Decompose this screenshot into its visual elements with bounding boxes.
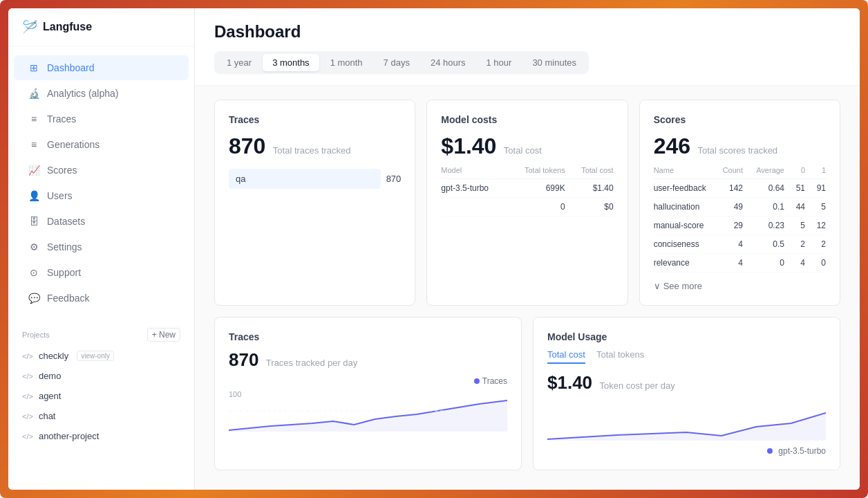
filter-1month[interactable]: 1 month [321, 54, 372, 71]
model-costs-total: $1.40 [441, 133, 496, 159]
score-count-5: 4 [708, 258, 743, 268]
model-table-header: Model Total tokens Total cost [441, 166, 613, 179]
sidebar-item-feedback[interactable]: 💬 Feedback [14, 286, 189, 311]
scores-col-0: 0 [784, 166, 805, 174]
tab-total-cost[interactable]: Total cost [547, 349, 585, 364]
score-0-3: 5 [784, 221, 805, 230]
project-demo[interactable]: </> demo [8, 366, 194, 386]
scores-col-avg: Average [743, 166, 784, 174]
dashboard-icon: ⊞ [28, 62, 40, 74]
sidebar-item-analytics[interactable]: 🔬 Analytics (alpha) [14, 81, 189, 106]
trace-bar: qa [229, 169, 381, 189]
model-usage-chart-svg [547, 399, 826, 441]
trace-bar-row: qa 870 [229, 169, 401, 189]
filter-24hours[interactable]: 24 hours [421, 54, 475, 71]
model-table: Model Total tokens Total cost gpt-3.5-tu… [441, 166, 613, 216]
sidebar-nav: ⊞ Dashboard 🔬 Analytics (alpha) ≡ Traces… [8, 46, 194, 320]
model-costs-title: Model costs [441, 114, 613, 125]
sidebar-item-users[interactable]: 👤 Users [14, 183, 189, 208]
scores-col-count: Count [708, 166, 743, 174]
score-avg-3: 0.23 [743, 221, 784, 230]
scores-label: Total scores tracked [698, 145, 778, 156]
model-usage-amount-label: Token cost per day [600, 380, 675, 391]
score-row-4: conciseness 4 0.5 2 2 [654, 235, 826, 254]
scores-table: Name Count Average 0 1 user-feedback 142… [654, 166, 826, 273]
score-0-2: 44 [784, 202, 805, 212]
traces-legend-label: Traces [482, 376, 507, 386]
score-count-2: 49 [708, 202, 743, 212]
score-1-3: 12 [805, 221, 826, 230]
traces-card-title: Traces [229, 114, 401, 125]
filter-1hour[interactable]: 1 hour [477, 54, 522, 71]
project-chat[interactable]: </> chat [8, 406, 194, 426]
main-content: Dashboard 1 year 3 months 1 month 7 days… [195, 8, 860, 490]
sidebar-item-dashboard[interactable]: ⊞ Dashboard [14, 55, 189, 80]
score-avg-1: 0.64 [743, 183, 784, 193]
sidebar-label-settings: Settings [47, 241, 82, 252]
project-code-icon: </> [22, 412, 33, 421]
project-agent[interactable]: </> agent [8, 386, 194, 406]
traces-chart-svg [229, 390, 507, 432]
page-title: Dashboard [214, 22, 840, 42]
filter-1year[interactable]: 1 year [217, 54, 261, 71]
project-code-icon: </> [22, 392, 33, 400]
traces-label: Total traces tracked [273, 145, 351, 156]
project-another-project[interactable]: </> another-project [8, 426, 194, 446]
projects-list: </> checkly view-only </> demo </> agent… [8, 346, 194, 446]
col-cost: Total cost [565, 166, 614, 174]
see-more-button[interactable]: ∨ See more [654, 281, 826, 291]
score-row-3: manual-score 29 0.23 5 12 [654, 216, 826, 235]
filter-30minutes[interactable]: 30 minutes [522, 54, 586, 71]
project-name-agent: agent [39, 391, 62, 401]
filter-7days[interactable]: 7 days [374, 54, 419, 71]
new-project-button[interactable]: + New [147, 328, 180, 342]
sidebar-item-settings[interactable]: ⚙ Settings [14, 234, 189, 259]
score-1-1: 91 [805, 183, 826, 193]
sidebar-label-scores: Scores [47, 165, 77, 176]
scores-table-header: Name Count Average 0 1 [654, 166, 826, 179]
score-1-2: 5 [805, 202, 826, 212]
project-code-icon: </> [22, 352, 33, 360]
logo-icon: 🪡 [22, 19, 37, 35]
model-row-1: gpt-3.5-turbo 699K $1.40 [441, 179, 613, 198]
sidebar-item-datasets[interactable]: 🗄 Datasets [14, 209, 189, 234]
sidebar-item-support[interactable]: ⊙ Support [14, 260, 189, 285]
gpt-legend-dot [767, 448, 773, 454]
projects-label: Projects [22, 331, 50, 339]
app-name: Langfuse [43, 21, 92, 33]
col-tokens: Total tokens [510, 166, 565, 174]
model-usage-card: Model Usage Total cost Total tokens $1.4… [533, 317, 840, 470]
gpt-legend-label: gpt-3.5-turbo [778, 446, 826, 456]
scores-col-1: 1 [805, 166, 826, 174]
tab-total-tokens[interactable]: Total tokens [596, 349, 644, 364]
see-more-label: See more [663, 281, 702, 291]
traces-card: Traces 870 Total traces tracked qa 870 [214, 100, 415, 306]
score-name-3: manual-score [654, 221, 708, 230]
sidebar-label-users: Users [47, 190, 73, 201]
filter-3months[interactable]: 3 months [263, 54, 319, 71]
sidebar-item-generations[interactable]: ≡ Generations [14, 132, 189, 157]
model-row-2: 0 $0 [441, 198, 613, 216]
score-name-5: relevance [654, 258, 708, 268]
score-avg-4: 0.5 [743, 239, 784, 249]
score-0-4: 2 [784, 239, 805, 249]
trace-bar-value: 870 [386, 174, 402, 184]
sidebar-item-scores[interactable]: 📈 Scores [14, 158, 189, 183]
datasets-icon: 🗄 [28, 215, 40, 228]
users-icon: 👤 [28, 190, 40, 202]
project-checkly[interactable]: </> checkly view-only [8, 346, 194, 366]
bottom-row: Traces 870 Traces tracked per day Traces [214, 317, 840, 470]
score-row-1: user-feedback 142 0.64 51 91 [654, 179, 826, 198]
score-row-2: hallucination 49 0.1 44 5 [654, 198, 826, 216]
score-count-3: 29 [708, 221, 743, 230]
score-count-4: 4 [708, 239, 743, 249]
sidebar-item-traces[interactable]: ≡ Traces [14, 107, 189, 131]
top-cards-row: Traces 870 Total traces tracked qa 870 [214, 100, 840, 306]
logo-area: 🪡 Langfuse [8, 8, 194, 46]
main-body: Traces 870 Total traces tracked qa 870 [195, 86, 860, 484]
model-tokens-2: 0 [510, 202, 565, 212]
model-usage-amount: $1.40 [547, 372, 592, 394]
projects-section: Projects + New [8, 320, 194, 346]
traces-count: 870 [229, 133, 265, 159]
sidebar-label-traces: Traces [47, 113, 76, 124]
